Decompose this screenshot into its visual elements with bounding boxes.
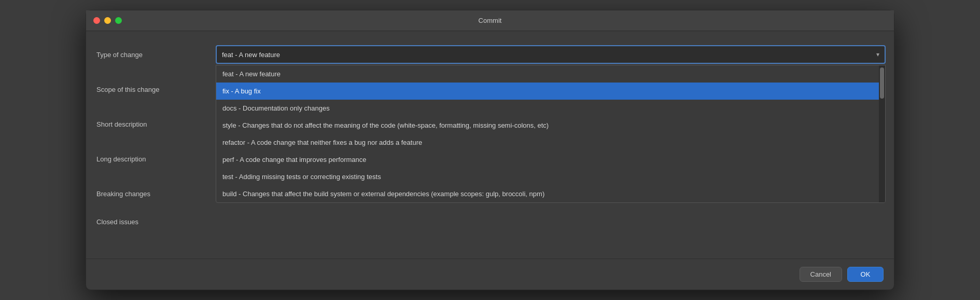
maximize-button[interactable]	[115, 17, 122, 24]
type-select[interactable]: feat - A new feature ▾	[216, 45, 886, 64]
dialog-content: Type of change Scope of this change Shor…	[86, 31, 894, 258]
close-button[interactable]	[93, 17, 100, 24]
breaking-label-row: Breaking changes	[96, 180, 216, 208]
cancel-button[interactable]: Cancel	[800, 267, 842, 282]
short-label-row: Short description	[96, 110, 216, 138]
type-input-row: feat - A new feature ▾ feat - A new feat…	[216, 40, 886, 69]
type-label-row: Type of change	[96, 40, 216, 69]
title-bar: Commit	[86, 10, 894, 31]
bottom-bar: Cancel OK	[86, 258, 894, 290]
scrollbar-thumb	[880, 67, 884, 99]
minimize-button[interactable]	[104, 17, 111, 24]
scope-of-change-label: Scope of this change	[96, 86, 159, 93]
type-dropdown: feat - A new feature fix - A bug fix doc…	[216, 65, 886, 203]
dropdown-item-feat[interactable]: feat - A new feature	[216, 65, 879, 83]
left-labels: Type of change Scope of this change Shor…	[86, 36, 216, 253]
dropdown-list: feat - A new feature fix - A bug fix doc…	[216, 65, 879, 202]
ok-button[interactable]: OK	[847, 267, 884, 282]
scope-label-row: Scope of this change	[96, 69, 216, 110]
closed-label-row: Closed issues	[96, 208, 216, 236]
chevron-down-icon: ▾	[876, 51, 879, 58]
type-select-wrapper: feat - A new feature ▾ feat - A new feat…	[216, 45, 886, 64]
type-select-value: feat - A new feature	[222, 51, 280, 59]
dropdown-container: feat - A new feature fix - A bug fix doc…	[216, 65, 885, 202]
long-description-label: Long description	[96, 155, 146, 163]
short-description-label: Short description	[96, 120, 147, 128]
traffic-lights	[93, 17, 122, 24]
right-inputs: feat - A new feature ▾ feat - A new feat…	[216, 36, 894, 253]
breaking-changes-label: Breaking changes	[96, 190, 150, 198]
closed-issues-label: Closed issues	[96, 218, 138, 226]
dropdown-item-fix[interactable]: fix - A bug fix	[216, 83, 879, 100]
long-label-row: Long description	[96, 138, 216, 180]
dropdown-scrollbar[interactable]	[879, 65, 885, 202]
dropdown-item-perf[interactable]: perf - A code change that improves perfo…	[216, 151, 879, 168]
dropdown-item-refactor[interactable]: refactor - A code change that neither fi…	[216, 134, 879, 151]
dropdown-item-build[interactable]: build - Changes that affect the build sy…	[216, 185, 879, 202]
window-title: Commit	[479, 17, 502, 24]
dropdown-item-style[interactable]: style - Changes that do not affect the m…	[216, 117, 879, 134]
dropdown-item-docs[interactable]: docs - Documentation only changes	[216, 100, 879, 117]
commit-dialog: Commit Type of change Scope of this chan…	[86, 10, 894, 290]
type-of-change-label: Type of change	[96, 51, 143, 59]
dropdown-item-test[interactable]: test - Adding missing tests or correctin…	[216, 168, 879, 185]
